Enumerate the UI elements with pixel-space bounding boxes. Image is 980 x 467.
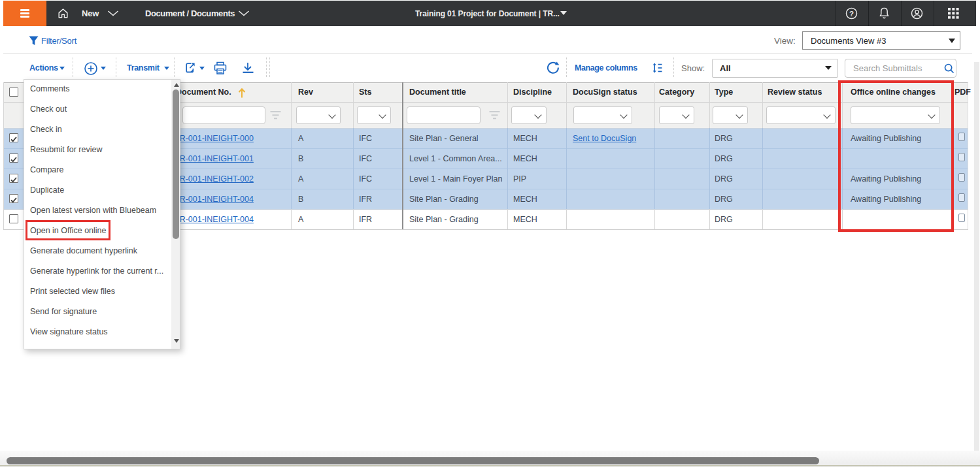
svg-text:?: ?: [849, 10, 854, 18]
